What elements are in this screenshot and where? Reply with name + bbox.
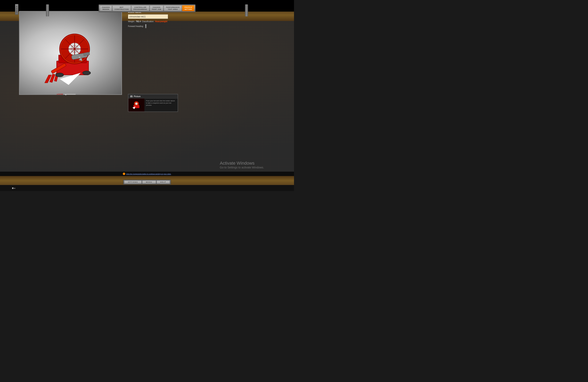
heading-row: Forward heading: [128, 24, 248, 28]
bottom-bar [0, 185, 294, 191]
robot-name-value: crimsonclaw mk11 [129, 16, 146, 18]
robot-model [41, 21, 101, 85]
activate-windows-subtitle: Go to Settings to activate Windows. [220, 166, 264, 169]
svg-rect-23 [131, 96, 132, 96]
tab-chassis-paint-job[interactable]: CHASSISPAINT JOB [150, 5, 163, 11]
tab-chassis-design[interactable]: CHASSISDESIGN [100, 5, 112, 11]
weight-label: Weight: [128, 20, 135, 22]
robot-name-input[interactable]: crimsonclaw mk11 [128, 14, 168, 19]
status-icon [123, 173, 125, 175]
classification-label: Classification: [142, 20, 154, 22]
tab-menu[interactable]: MENU [142, 180, 156, 184]
profile-panel: Robot Name: crimsonclaw mk11 Weight: 792… [128, 11, 248, 28]
tab-options[interactable]: OPTIONS [124, 180, 142, 184]
nav-rail-left [46, 4, 49, 16]
picture-header: Picture [128, 94, 178, 98]
zoom-label: ◄ZOOM [56, 94, 63, 95]
robot-viewport [20, 12, 121, 94]
tab-profile-setting[interactable]: PROFILESETTING [182, 5, 194, 11]
tab-bot-construction[interactable]: BOTCONSTRUCTION [112, 5, 131, 11]
picture-box: Picture Pose your bot and click the butt… [128, 94, 178, 112]
back-button[interactable]: BACK [15, 4, 18, 15]
tab-performance-test-area[interactable]: PERFORMANCETEST AREA [164, 5, 182, 11]
zoom-slider[interactable] [64, 94, 76, 95]
weight-row: Weight: 792.4 Classification: Heavyweigh… [128, 20, 248, 22]
corner-dots [12, 187, 15, 189]
camera-icon [130, 95, 133, 97]
zoom-thumb [65, 94, 67, 95]
dot-large [12, 187, 14, 189]
classification-value: Heavyweight [155, 20, 167, 22]
nav-rail-right [245, 4, 248, 16]
weight-value: 792.4 [136, 20, 141, 22]
svg-point-17 [56, 73, 63, 77]
picture-content: Pose your bot and click the button above… [128, 98, 178, 112]
svg-point-22 [131, 96, 132, 97]
picture-thumbnail [128, 98, 144, 112]
nav-bar: CHASSISDESIGN BOTCONSTRUCTION CONTROLLER… [99, 4, 196, 12]
heading-indicator[interactable] [145, 24, 147, 28]
svg-point-18 [83, 71, 91, 75]
status-bar: Click the Components button to continue … [0, 172, 294, 176]
picture-description: Pose your bot and click the button above… [144, 98, 178, 112]
status-message: Click the Components button to continue … [126, 173, 171, 175]
activate-windows-watermark: Activate Windows Go to Settings to activ… [220, 161, 264, 169]
activate-windows-title: Activate Windows [220, 161, 264, 166]
svg-point-26 [135, 102, 138, 105]
picture-title: Picture [134, 95, 141, 97]
zoom-control: ◄ZOOM [56, 94, 76, 95]
robot-preview-panel [19, 11, 122, 95]
tab-controller-programming[interactable]: CONTROLLERPROGRAMMING [131, 5, 149, 11]
tab-help[interactable]: HELP [156, 180, 170, 184]
bottom-nav: OPTIONS MENU HELP [123, 180, 171, 185]
forward-heading-label: Forward heading: [128, 25, 144, 27]
dot-small [14, 188, 15, 189]
